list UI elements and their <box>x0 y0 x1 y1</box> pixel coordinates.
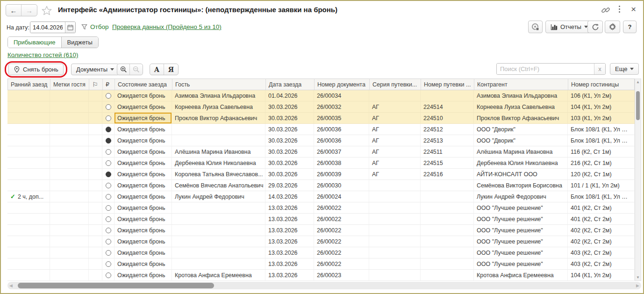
cell-guest[interactable]: Корнеева Луиза Савельевна <box>172 101 265 112</box>
cell-voucher-series[interactable]: АГ <box>369 158 421 168</box>
cell-document-number[interactable]: 26/00030 <box>314 180 369 191</box>
cell-arrival-date[interactable]: 30.03.2026 <box>265 101 314 112</box>
cell-room-number[interactable]: Блок 108/1 (К1, Ул … <box>568 124 635 135</box>
column-header[interactable]: Серия путевки... <box>370 79 421 90</box>
cell-room-number[interactable]: 120 (К2, Ст 1м) <box>568 169 635 179</box>
cell-flag[interactable] <box>89 191 102 202</box>
cell-voucher-series[interactable] <box>369 258 421 269</box>
cell-arrival-status[interactable]: Ожидается бронь <box>114 202 172 213</box>
data-check-link[interactable]: Проверка данных (Пройдено 5 из 10) <box>112 23 222 30</box>
back-button[interactable]: ← <box>6 5 21 16</box>
cell-room-number[interactable]: 104 (К1, Ул 2м) <box>568 270 635 280</box>
cell-voucher-series[interactable] <box>369 191 421 202</box>
close-icon[interactable]: × <box>631 5 636 14</box>
forward-button[interactable]: → <box>21 5 37 16</box>
cell-guest[interactable]: Королева Татьяна Вячеславов... <box>172 169 265 179</box>
column-header[interactable]: Метки гостя <box>50 79 89 90</box>
calendar-button[interactable] <box>65 22 75 33</box>
cell-document-number[interactable]: 26/00022 <box>314 236 369 247</box>
font-increase-button[interactable]: Я <box>164 64 178 75</box>
cell-voucher-number[interactable] <box>421 90 474 101</box>
cell-voucher-series[interactable] <box>369 225 421 236</box>
cell-voucher-number[interactable]: 224511 <box>421 146 474 157</box>
discussions-button[interactable] <box>528 21 543 33</box>
cell-counterparty[interactable]: Корнеева Луиза Савельевна <box>474 101 568 112</box>
cell-voucher-number[interactable]: 224513 <box>421 135 474 146</box>
cell-guest-marks[interactable] <box>50 158 89 168</box>
cell-arrival-status[interactable]: Ожидается бронь <box>114 270 172 280</box>
table-row[interactable]: Ожидается бронь13.03.202626/00022ООО "Лу… <box>7 225 635 236</box>
cell-flag[interactable] <box>89 225 102 236</box>
cell-flag[interactable] <box>89 90 102 101</box>
cell-arrival-date[interactable]: 13.03.2026 <box>265 247 314 258</box>
cell-early-checkin[interactable]: ✓2 ч, доп... <box>7 191 50 202</box>
cell-guest-marks[interactable] <box>50 236 89 247</box>
font-decrease-button[interactable]: А <box>150 64 164 75</box>
cell-early-checkin[interactable] <box>7 169 50 179</box>
cell-voucher-series[interactable] <box>369 180 421 191</box>
cell-guest[interactable]: Азимова Элиана Ильдаровна <box>172 90 265 101</box>
cell-guest[interactable] <box>172 236 265 247</box>
cell-room-number[interactable]: 403 (К2, Ст 2м) <box>568 258 635 269</box>
cell-early-checkin[interactable] <box>7 236 50 247</box>
cell-guest-marks[interactable] <box>50 258 89 269</box>
cell-guest[interactable]: Лукин Андрей Федорович <box>172 191 265 202</box>
cell-payment-status[interactable] <box>102 225 114 236</box>
cell-room-number[interactable]: 116 (К2, Ст 1м) <box>568 146 635 157</box>
cell-arrival-status[interactable]: Ожидается бронь <box>114 258 172 269</box>
cell-arrival-status[interactable]: Ожидается бронь <box>114 124 172 135</box>
cell-early-checkin[interactable] <box>7 101 50 112</box>
column-header[interactable]: Ранний заезд <box>8 79 50 90</box>
cell-payment-status[interactable] <box>102 158 114 168</box>
cell-guest-marks[interactable] <box>50 270 89 280</box>
cell-payment-status[interactable] <box>102 90 114 101</box>
cell-guest-marks[interactable] <box>50 214 89 224</box>
cell-counterparty[interactable]: Кротова Анфиса Еремеевна <box>474 270 568 280</box>
cell-arrival-date[interactable]: 14.03.2026 <box>265 191 314 202</box>
column-header-flag[interactable]: ⚐ <box>89 79 103 90</box>
scroll-down-icon[interactable]: ▼ <box>635 275 641 280</box>
zoom-out-button[interactable] <box>130 64 143 75</box>
cell-room-number[interactable]: 101 / 1 (К1, Ул 2м) <box>568 180 635 191</box>
cell-document-number[interactable]: 26/00036 <box>314 124 369 135</box>
scroll-up-icon[interactable]: ▲ <box>635 80 641 84</box>
cell-counterparty[interactable]: ООО "Лучшее решение" <box>474 202 568 213</box>
cell-guest-marks[interactable] <box>50 169 89 179</box>
documents-button[interactable]: Документы <box>71 64 119 75</box>
cell-flag[interactable] <box>89 247 102 258</box>
cell-counterparty[interactable]: ООО "Лучшее решение" <box>474 214 568 224</box>
search-input[interactable] <box>497 64 594 74</box>
cell-guest-marks[interactable] <box>50 135 89 146</box>
cell-counterparty[interactable]: Дербенева Юлия Николаевна <box>474 158 568 168</box>
cell-document-number[interactable]: 26/00036 <box>314 135 369 146</box>
cell-room-number[interactable]: 401 (К2, Ст 2м) <box>568 202 635 213</box>
cell-voucher-number[interactable]: 224510 <box>421 113 474 123</box>
cell-counterparty[interactable]: Проклов Виктор Афанасьевич <box>474 113 568 123</box>
cell-guest-marks[interactable] <box>50 202 89 213</box>
cell-voucher-series[interactable] <box>369 236 421 247</box>
cell-counterparty[interactable]: АЙТИ-КОНСАЛТ ООО <box>474 169 568 179</box>
cell-voucher-number[interactable] <box>421 191 474 202</box>
cell-voucher-number[interactable] <box>421 180 474 191</box>
cell-document-number[interactable]: 26/00022 <box>314 258 369 269</box>
table-row[interactable]: ✓2 ч, доп...Ожидается броньЛукин Андрей … <box>7 191 635 202</box>
cell-early-checkin[interactable] <box>7 225 50 236</box>
cell-payment-status[interactable] <box>102 169 114 179</box>
menu-dots-icon[interactable] <box>619 6 620 13</box>
table-row[interactable]: Ожидается бронь30.03.202626/00036АГ22451… <box>7 124 635 135</box>
table-row[interactable]: Ожидается бронь13.03.202626/00022ООО "Лу… <box>7 247 635 258</box>
cell-arrival-date[interactable]: 30.03.2026 <box>265 124 314 135</box>
cell-guest-marks[interactable] <box>50 124 89 135</box>
cell-guest[interactable] <box>172 124 265 135</box>
cell-room-number[interactable]: 216 (К2, Ст 1м) <box>568 158 635 168</box>
cell-arrival-date[interactable]: 30.03.2026 <box>265 113 314 123</box>
cell-payment-status[interactable] <box>102 124 114 135</box>
cell-arrival-date[interactable]: 30.03.2026 <box>265 169 314 179</box>
cell-room-number[interactable]: 104 (К1, Ул 2м) <box>568 101 635 112</box>
cell-counterparty[interactable]: ООО "Лучшее решение" <box>474 236 568 247</box>
table-row[interactable]: Ожидается бронь13.03.202626/00022ООО "Лу… <box>7 214 635 225</box>
cell-voucher-number[interactable]: 224512 <box>421 124 474 135</box>
cell-document-number[interactable]: 26/00022 <box>314 202 369 213</box>
cell-counterparty[interactable]: Алёшина Марина Ивановна <box>474 146 568 157</box>
reports-button[interactable]: Отчеты <box>545 21 593 33</box>
